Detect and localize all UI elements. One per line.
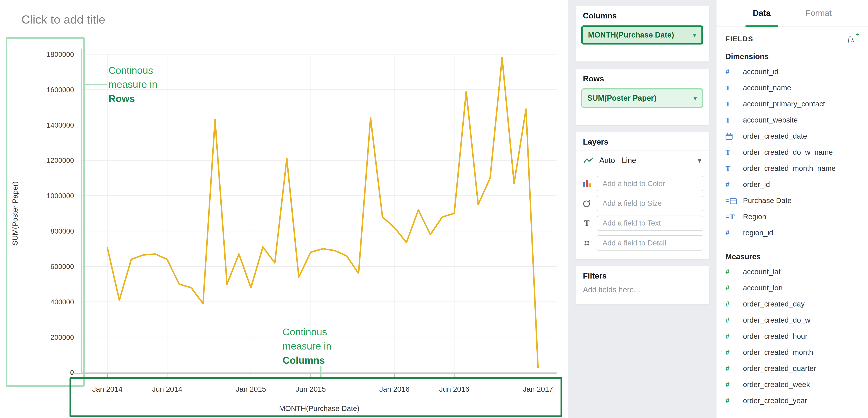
fields-header-row: FIELDS ƒx+: [716, 27, 868, 49]
add-field-to-detail-input[interactable]: Add a field to Detail: [597, 235, 703, 250]
chart-title-placeholder[interactable]: Click to add title: [22, 12, 105, 26]
calculated-calendar-icon: =: [725, 197, 738, 205]
x-axis-title: MONTH(Purchase Date): [279, 405, 360, 413]
field-name: order_created_day: [743, 300, 805, 308]
field-item[interactable]: #order_created_day: [716, 296, 868, 312]
field-name: order_created_quarter: [743, 364, 816, 372]
data-panel: Data Format FIELDS ƒx+ Dimensions #accou…: [716, 0, 868, 418]
y-axis-tick-label: 1400000: [46, 121, 74, 129]
filters-shelf: Filters Add fields here...: [575, 266, 709, 305]
field-item[interactable]: #account_lat: [716, 264, 868, 280]
field-name: account_lon: [743, 284, 783, 292]
text-icon: T: [725, 148, 738, 156]
y-axis-tick-label: 0: [70, 368, 74, 377]
columns-annotation-connector: [320, 366, 321, 377]
annotation-emphasis: Columns: [282, 355, 325, 366]
field-name: Region: [743, 213, 766, 221]
shelf-panel: Columns MONTH(Purchase Date) ▾ Rows SUM(…: [568, 0, 716, 418]
field-name: order_created_hour: [743, 332, 807, 340]
field-name: order_created_month_name: [743, 164, 836, 173]
columns-pill[interactable]: MONTH(Purchase Date) ▾: [581, 25, 703, 45]
y-axis-tick-label: 600000: [51, 263, 74, 270]
field-item[interactable]: #order_created_week: [716, 377, 868, 393]
text-icon: T: [725, 84, 738, 92]
measures-section-title: Measures: [716, 249, 868, 264]
number-icon: #: [725, 348, 738, 357]
x-axis-tick-label: Jun 2014: [152, 385, 182, 393]
chart-canvas: Click to add title 020000040000060000080…: [0, 0, 568, 418]
y-axis-tick-label: 1000000: [46, 192, 74, 200]
field-item[interactable]: #order_id: [716, 177, 868, 193]
chevron-down-icon[interactable]: ▾: [698, 156, 702, 165]
measures-list: #account_lat#account_lon#order_created_d…: [716, 264, 868, 409]
x-axis-tick-label: Jan 2014: [92, 385, 123, 393]
y-axis-tick-label: 1200000: [46, 156, 74, 164]
field-item[interactable]: Torder_created_month_name: [716, 160, 868, 177]
rows-drop-zone[interactable]: [581, 108, 703, 125]
columns-drop-zone[interactable]: [581, 44, 703, 61]
columns-pill-label: MONTH(Purchase Date): [588, 31, 674, 39]
y-axis-tick-label: 1600000: [46, 86, 74, 94]
tab-format[interactable]: Format: [803, 0, 834, 26]
chevron-down-icon[interactable]: ▾: [693, 94, 697, 102]
filters-drop-zone[interactable]: Add fields here...: [576, 284, 709, 304]
number-icon: #: [725, 284, 738, 292]
mark-type-label: Auto - Line: [599, 156, 636, 165]
text-icon: T: [725, 100, 738, 108]
add-calculated-field-icon[interactable]: ƒx+: [847, 34, 859, 44]
field-item[interactable]: #order_created_hour: [716, 328, 868, 345]
calendar-icon: [725, 133, 738, 140]
field-item[interactable]: Taccount_primary_contact: [716, 96, 868, 112]
y-axis-tick-label: 800000: [51, 227, 74, 235]
panel-tabs: Data Format: [716, 0, 868, 27]
field-item[interactable]: Torder_created_do_w_name: [716, 144, 868, 160]
layers-shelf-title: Layers: [576, 132, 709, 151]
chevron-down-icon[interactable]: ▾: [693, 31, 696, 39]
number-icon: #: [725, 364, 738, 372]
mark-slots: Add a field to ColorAdd a field to SizeT…: [576, 171, 709, 259]
annotation-text: Continous: [108, 65, 153, 76]
field-item[interactable]: Taccount_website: [716, 112, 868, 128]
detail-icon: [581, 239, 592, 247]
dimensions-list: #account_idTaccount_nameTaccount_primary…: [716, 64, 868, 241]
columns-shelf-title: Columns: [576, 6, 709, 24]
tab-data[interactable]: Data: [750, 0, 773, 26]
field-item[interactable]: #account_lon: [716, 280, 868, 296]
text-icon: T: [725, 164, 738, 173]
field-name: order_created_do_w: [743, 316, 810, 324]
rows-shelf-title: Rows: [576, 69, 709, 87]
dimensions-section-title: Dimensions: [716, 49, 868, 64]
field-item[interactable]: #account_id: [716, 64, 868, 80]
field-name: order_created_week: [743, 381, 810, 389]
x-axis-tick-label: Jan 2016: [379, 385, 410, 393]
add-field-to-size-input[interactable]: Add a field to Size: [597, 196, 703, 211]
mark-slot-detail: Add a field to Detail: [581, 233, 703, 253]
mark-type-dropdown[interactable]: Auto - Line ▾: [576, 151, 709, 171]
line-series: [107, 58, 538, 367]
field-item[interactable]: #order_created_quarter: [716, 361, 868, 377]
number-icon: #: [725, 180, 738, 189]
field-name: order_created_month: [743, 348, 813, 357]
field-item[interactable]: #order_created_month: [716, 345, 868, 361]
rows-pill[interactable]: SUM(Poster Paper) ▾: [581, 88, 703, 108]
field-item[interactable]: #order_created_year: [716, 393, 868, 409]
field-name: order_created_year: [743, 396, 807, 405]
add-field-to-color-input[interactable]: Add a field to Color: [597, 176, 703, 191]
fields-header: FIELDS: [725, 35, 753, 43]
rows-pill-label: SUM(Poster Paper): [587, 94, 656, 102]
section-divider: [716, 247, 868, 247]
text-icon: T: [725, 116, 738, 124]
field-item[interactable]: order_created_date: [716, 128, 868, 144]
field-name: account_name: [743, 84, 791, 92]
field-item[interactable]: =TRegion: [716, 209, 868, 225]
add-field-to-text-input[interactable]: Add a field to Text: [597, 215, 703, 231]
rows-shelf: Rows SUM(Poster Paper) ▾: [575, 69, 709, 125]
y-axis-tick-label: 1800000: [46, 51, 74, 58]
field-name: account_primary_contact: [743, 100, 825, 108]
x-axis-tick-label: Jan 2015: [236, 385, 266, 393]
field-item[interactable]: #region_id: [716, 225, 868, 241]
number-icon: #: [725, 332, 738, 340]
field-item[interactable]: #order_created_do_w: [716, 312, 868, 328]
field-item[interactable]: =Purchase Date: [716, 193, 868, 209]
field-item[interactable]: Taccount_name: [716, 80, 868, 96]
